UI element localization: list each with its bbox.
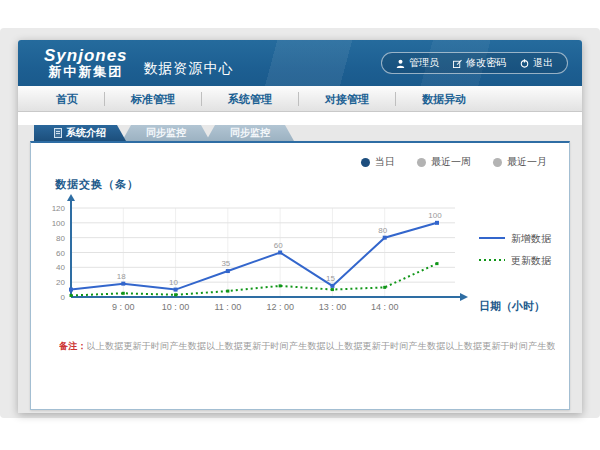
- page-title: 数据资源中心: [144, 60, 234, 78]
- document-icon: [54, 128, 62, 138]
- logo-text-cn: 新中新集团: [48, 65, 123, 79]
- current-user-button[interactable]: 管理员: [396, 56, 439, 70]
- svg-text:40: 40: [56, 263, 65, 272]
- radio-icon: [493, 158, 502, 167]
- tab-label: 同步监控: [230, 126, 270, 140]
- user-bar: 管理员 修改密码 退出: [381, 52, 568, 74]
- page: Synjones 新中新集团 数据资源中心 管理员: [0, 0, 600, 450]
- logo: Synjones 新中新集团: [44, 47, 128, 78]
- svg-text:60: 60: [274, 241, 283, 250]
- tab-sync-monitor-2[interactable]: 同步监控: [206, 125, 294, 141]
- footer-note: 备注：以上数据更新于时间产生数据以上数据更新于时间产生数据以上数据更新于时间产生…: [59, 340, 555, 353]
- edit-icon: [453, 59, 462, 68]
- svg-text:新增数据: 新增数据: [511, 233, 552, 244]
- tab-sync-monitor-1[interactable]: 同步监控: [122, 125, 210, 141]
- svg-text:11 : 00: 11 : 00: [214, 302, 241, 312]
- svg-text:60: 60: [56, 249, 65, 258]
- app-window: Synjones 新中新集团 数据资源中心 管理员: [18, 40, 582, 413]
- svg-text:9 : 00: 9 : 00: [112, 302, 135, 312]
- svg-text:13 : 00: 13 : 00: [319, 302, 347, 312]
- user-icon: [396, 59, 405, 68]
- nav-item-data-changes[interactable]: 数据异动: [396, 92, 492, 106]
- svg-text:120: 120: [52, 204, 66, 213]
- chart-y-axis-title: 数据交换（条）: [55, 177, 569, 192]
- system-intro-panel: 当日 最近一周 最近一月 数据交换（条） 0204060801: [30, 141, 570, 410]
- tab-label: 同步监控: [146, 126, 186, 140]
- svg-text:35: 35: [221, 259, 230, 268]
- range-filter-group: 当日 最近一周 最近一月: [31, 143, 569, 169]
- logo-text-en: Synjones: [44, 47, 128, 65]
- main-nav: 首页 标准管理 系统管理 对接管理 数据异动: [18, 86, 582, 112]
- range-option-last-month[interactable]: 最近一月: [493, 155, 547, 169]
- svg-text:12 : 00: 12 : 00: [266, 302, 294, 312]
- svg-text:100: 100: [428, 211, 442, 220]
- nav-item-standard-mgmt[interactable]: 标准管理: [105, 92, 202, 106]
- range-option-last-week[interactable]: 最近一周: [417, 155, 471, 169]
- svg-text:20: 20: [56, 278, 65, 287]
- range-option-label: 最近一月: [507, 155, 547, 169]
- svg-text:100: 100: [52, 219, 66, 228]
- svg-text:18: 18: [117, 272, 126, 281]
- change-password-button[interactable]: 修改密码: [453, 56, 506, 70]
- range-option-label: 当日: [375, 155, 395, 169]
- tab-label: 系统介绍: [66, 126, 106, 140]
- range-option-today[interactable]: 当日: [361, 155, 395, 169]
- svg-text:14 : 00: 14 : 00: [371, 302, 399, 312]
- content-area: 系统介绍 同步监控 同步监控 当日: [18, 125, 582, 413]
- change-password-label: 修改密码: [466, 56, 506, 70]
- chart-container: 0204060801001209 : 0010 : 0011 : 0012 : …: [41, 194, 569, 326]
- svg-text:0: 0: [61, 293, 66, 302]
- logout-label: 退出: [533, 56, 553, 70]
- note-text: 以上数据更新于时间产生数据以上数据更新于时间产生数据以上数据更新于时间产生数据以…: [87, 341, 555, 351]
- logout-button[interactable]: 退出: [520, 56, 553, 70]
- svg-text:日期（小时）: 日期（小时）: [479, 300, 545, 313]
- radio-selected-icon: [361, 158, 370, 167]
- svg-text:10: 10: [169, 278, 178, 287]
- svg-text:更新数据: 更新数据: [511, 255, 552, 266]
- svg-text:80: 80: [56, 234, 65, 243]
- tab-system-intro[interactable]: 系统介绍: [34, 125, 126, 141]
- nav-item-system-mgmt[interactable]: 系统管理: [202, 92, 299, 106]
- data-exchange-line-chart: 0204060801001209 : 0010 : 0011 : 0012 : …: [41, 194, 577, 322]
- browser-viewport: Synjones 新中新集团 数据资源中心 管理员: [0, 28, 600, 418]
- app-header: Synjones 新中新集团 数据资源中心 管理员: [18, 40, 582, 86]
- power-icon: [520, 59, 529, 68]
- svg-text:80: 80: [378, 226, 387, 235]
- nav-item-home[interactable]: 首页: [30, 92, 105, 106]
- radio-icon: [417, 158, 426, 167]
- svg-text:10 : 00: 10 : 00: [162, 302, 190, 312]
- range-option-label: 最近一周: [431, 155, 471, 169]
- nav-item-interface-mgmt[interactable]: 对接管理: [299, 92, 396, 106]
- current-user-label: 管理员: [409, 56, 439, 70]
- svg-text:15: 15: [326, 274, 335, 283]
- note-prefix: 备注：: [59, 341, 87, 351]
- tab-strip: 系统介绍 同步监控 同步监控: [34, 125, 582, 141]
